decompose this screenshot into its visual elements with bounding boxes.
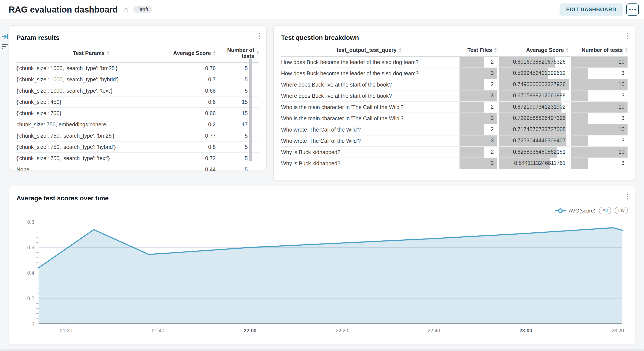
- panel-kebab-menu[interactable]: [626, 31, 630, 40]
- x-axis-label: 22:40: [428, 328, 440, 334]
- cell-number-of-tests: 3: [569, 113, 628, 124]
- column-header-query[interactable]: test_output_test_query: [281, 47, 457, 56]
- bottom-strip: [0, 349, 644, 351]
- cell-query: How does Buck become the leader of the s…: [281, 68, 457, 79]
- column-header-average-score[interactable]: Average Score: [497, 47, 569, 56]
- cell-number-of-tests: 10: [569, 79, 628, 90]
- table-row: None0.445: [16, 164, 259, 175]
- cell-test-files: 2: [457, 79, 497, 90]
- cell-query: Who is the main character in 'The Call o…: [281, 113, 457, 124]
- cell-number-of-tests: 10: [569, 101, 628, 113]
- cell-query: Who wrote 'The Call of the Wild'?: [281, 124, 457, 135]
- cell-number-of-tests: 3: [569, 158, 628, 169]
- cell-test-params: {'chunk_size': 1000, 'search_type': 'bm2…: [16, 62, 166, 74]
- cell-average-score: 0.8: [166, 141, 216, 153]
- table-row: {'chunk_size': 700}0.6615: [16, 108, 259, 119]
- cell-average-score: 0.7253044446309407: [497, 135, 569, 146]
- x-axis-label: 23:00: [520, 328, 532, 334]
- table-row: Who wrote 'The Call of the Wild'?20.7174…: [281, 124, 628, 135]
- x-axis-label: 23:20: [612, 328, 624, 334]
- cell-number-of-tests: 10: [569, 124, 628, 135]
- legend-inv-button[interactable]: Inv: [615, 207, 628, 214]
- area-chart[interactable]: 00.20.40.60.821:2021:4022:0022:2022:4023…: [16, 216, 628, 341]
- column-header-number-of-tests[interactable]: Number of tests: [569, 47, 628, 56]
- table-row: {'chunk_size': 750, 'search_type': 'text…: [16, 153, 259, 164]
- column-header-test-files[interactable]: Test Files: [457, 47, 497, 56]
- x-axis-label: 21:40: [152, 328, 164, 334]
- cell-query: Who is the main character in 'The Call o…: [281, 101, 457, 113]
- cell-number-of-tests: 5: [216, 74, 259, 85]
- cell-test-params: {'chunk_size': 750, 'search_type': 'text…: [16, 153, 166, 164]
- cell-query: Why is Buck kidnapped?: [281, 146, 457, 158]
- table-row: Who wrote 'The Call of the Wild'?30.7253…: [281, 135, 628, 146]
- y-axis-label: 0.8: [27, 219, 34, 225]
- cell-average-score: 0.6721907341231902: [497, 101, 569, 113]
- panel-kebab-menu[interactable]: [257, 31, 261, 40]
- table-row: Where does Buck live at the start of the…: [281, 90, 628, 101]
- sort-icon: [399, 48, 401, 52]
- cell-test-files: 2: [457, 101, 497, 113]
- cell-average-score: 0.2: [166, 119, 216, 130]
- collapse-panel-right-icon[interactable]: [2, 34, 8, 40]
- x-axis-label: 22:20: [336, 328, 348, 334]
- cell-test-params: {'chunk_size': 1000, 'search_type': 'hyb…: [16, 74, 166, 85]
- status-badge: Draft: [134, 6, 152, 13]
- cell-number-of-tests: 15: [216, 108, 259, 119]
- legend-item-avg-score[interactable]: AVG(score): [555, 208, 596, 214]
- cell-test-files: 2: [457, 56, 497, 68]
- table-row: chunk_size: 750, embeddings:cohere0.217: [16, 119, 259, 130]
- y-axis-label: 0.2: [27, 296, 34, 301]
- area-fill: [38, 228, 622, 324]
- avg-scores-chart-panel: Average test scores over time AVG(score)…: [9, 186, 635, 345]
- legend-all-button[interactable]: All: [599, 207, 611, 214]
- table-row: {'chunk_size': 1000, 'search_type': 'hyb…: [16, 74, 259, 85]
- cell-average-score: 0.66: [166, 108, 216, 119]
- cell-test-params: {'chunk_size': 750, 'search_type': 'hybr…: [16, 141, 166, 153]
- param-results-table: Test Params Average Score Number of test…: [16, 47, 259, 175]
- cell-average-score: 0.7490000003327926: [497, 79, 569, 90]
- panel-title: Test question breakdown: [281, 34, 359, 41]
- legend-label: AVG(score): [569, 208, 596, 214]
- table-row: Why is Buck kidnapped?20.625833648086215…: [281, 146, 628, 158]
- column-header-average-score[interactable]: Average Score: [166, 47, 216, 62]
- cell-test-files: 3: [457, 113, 497, 124]
- cell-query: Where does Buck live at the start of the…: [281, 79, 457, 90]
- sort-icon: [256, 51, 259, 55]
- cell-average-score: 0.7229588826497396: [497, 113, 569, 124]
- cell-test-params: None: [16, 164, 166, 175]
- param-results-panel: Param results Test Params Average Score …: [9, 25, 267, 171]
- filter-icon[interactable]: [2, 44, 9, 50]
- cell-number-of-tests: 17: [216, 119, 259, 130]
- sort-icon: [566, 48, 569, 52]
- line-series-marker-icon: [555, 208, 566, 213]
- x-axis-label: 22:00: [244, 328, 256, 334]
- table-scrollbar[interactable]: [249, 58, 252, 161]
- table-row: {'chunk_size': 1000, 'search_type': 'bm2…: [16, 62, 259, 74]
- cell-test-params: {'chunk_size': 450}: [16, 96, 166, 108]
- column-header-test-params[interactable]: Test Params: [16, 47, 166, 62]
- cell-average-score: 0.6: [166, 96, 216, 108]
- cell-number-of-tests: 3: [569, 135, 628, 146]
- cell-query: How does Buck become the leader of the s…: [281, 56, 457, 68]
- cell-average-score: 0.72: [166, 153, 216, 164]
- cell-average-score: 0.7: [166, 74, 216, 85]
- edit-dashboard-button[interactable]: EDIT DASHBOARD: [560, 3, 623, 15]
- cell-number-of-tests: 5: [216, 153, 259, 164]
- cell-number-of-tests: 10: [569, 56, 628, 68]
- cell-average-score: 0.68: [166, 85, 216, 96]
- favorite-star-icon[interactable]: ☆: [123, 6, 129, 13]
- top-bar: RAG evaluation dashboard ☆ Draft EDIT DA…: [0, 0, 644, 19]
- cell-number-of-tests: 15: [216, 96, 259, 108]
- cell-test-params: chunk_size: 750, embeddings:cohere: [16, 119, 166, 130]
- more-menu-button[interactable]: [626, 3, 639, 15]
- column-header-number-of-tests[interactable]: Number of tests: [216, 47, 259, 62]
- table-row: {'chunk_size': 1000, 'search_type': 'tex…: [16, 85, 259, 96]
- cell-test-params: {'chunk_size': 750, 'search_type': 'bm25…: [16, 130, 166, 141]
- sort-icon: [107, 51, 109, 55]
- panel-title: Average test scores over time: [16, 194, 109, 202]
- cell-average-score: 0.44: [166, 164, 216, 175]
- test-question-breakdown-table: test_output_test_query Test Files Averag…: [281, 47, 628, 169]
- panel-kebab-menu[interactable]: [626, 192, 630, 201]
- sort-icon: [213, 51, 216, 55]
- cell-number-of-tests: 5: [216, 130, 259, 141]
